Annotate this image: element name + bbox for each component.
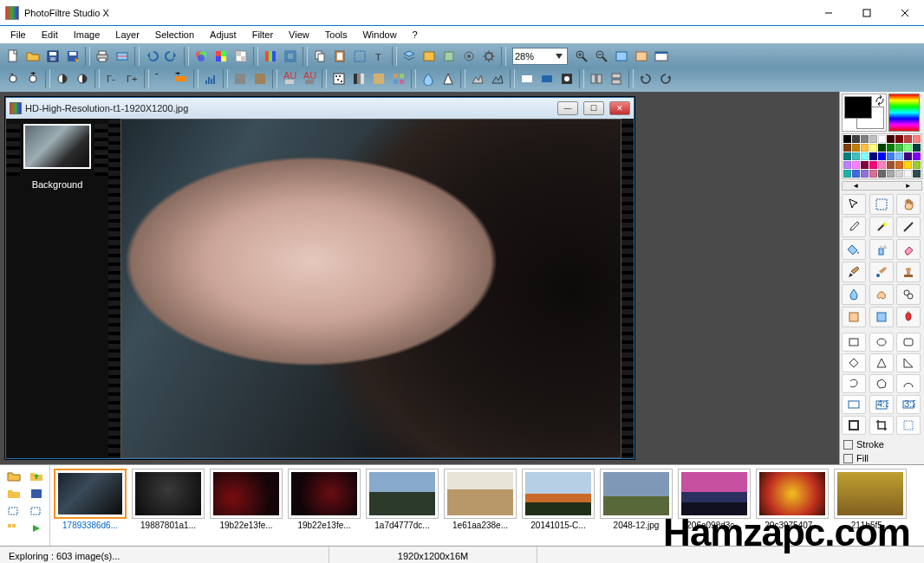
- flip-horizontal-icon[interactable]: [587, 69, 606, 88]
- pointer-tool-icon[interactable]: [842, 194, 866, 215]
- ratio-43-icon[interactable]: 4:3: [869, 395, 894, 414]
- color-swatch[interactable]: [895, 135, 903, 143]
- brush-tool-icon[interactable]: [842, 262, 866, 282]
- color-swatch[interactable]: [878, 170, 886, 178]
- color-swatch[interactable]: [904, 170, 912, 178]
- open-file-icon[interactable]: [23, 47, 42, 66]
- color-swatch[interactable]: [843, 152, 851, 160]
- diamond-shape-icon[interactable]: [842, 353, 866, 372]
- fill-option[interactable]: Fill: [842, 452, 922, 464]
- menu-selection[interactable]: Selection: [148, 28, 201, 42]
- color-swatch[interactable]: [887, 152, 895, 160]
- explorer-play-icon[interactable]: [26, 521, 47, 536]
- color-swatch[interactable]: [869, 161, 877, 169]
- thumbnail-item[interactable]: 1e61aa238e...: [444, 469, 517, 530]
- color-swatch[interactable]: [878, 144, 886, 152]
- rgb-mode-icon[interactable]: [192, 47, 211, 66]
- explorer-refresh-icon[interactable]: [3, 503, 24, 519]
- sharpen-icon[interactable]: [439, 69, 458, 88]
- color-swatch[interactable]: [887, 161, 895, 169]
- right-triangle-shape-icon[interactable]: [896, 353, 921, 372]
- color-swatch[interactable]: [861, 144, 869, 152]
- color-swatch[interactable]: [913, 135, 921, 143]
- explorer-folder-icon[interactable]: [3, 469, 24, 484]
- color-swatch[interactable]: [843, 135, 851, 143]
- ratio-32-icon[interactable]: 3:2: [896, 395, 921, 414]
- ratio-free-icon[interactable]: [842, 395, 866, 414]
- auto-adjust-icon[interactable]: AUTO: [280, 69, 299, 88]
- fill-checkbox[interactable]: [843, 454, 853, 463]
- contrast-minus-icon[interactable]: [53, 69, 72, 88]
- color-swatch[interactable]: [869, 135, 877, 143]
- line-tool-icon[interactable]: [896, 217, 921, 237]
- color-swatch[interactable]: [913, 144, 921, 152]
- thumbnail-item[interactable]: 20141015-C...: [522, 469, 595, 530]
- color-swatch[interactable]: [895, 161, 903, 169]
- document-window[interactable]: HD-High-Resolution-t1-1920X1200.jpg — ☐ …: [5, 97, 634, 459]
- menu-window[interactable]: Window: [355, 28, 403, 42]
- thumbnail-item[interactable]: 20c3975407...: [756, 469, 829, 530]
- doc-minimize-button[interactable]: —: [557, 101, 578, 115]
- menu-file[interactable]: File: [3, 28, 33, 42]
- advanced-brush-tool-icon[interactable]: [869, 262, 894, 282]
- color-swatch[interactable]: [878, 161, 886, 169]
- thumbnail-item[interactable]: 19b22e13fe...: [288, 469, 361, 530]
- explorer-view-icon[interactable]: [3, 521, 24, 536]
- color-swatch[interactable]: [843, 144, 851, 152]
- color-swatch[interactable]: [878, 135, 886, 143]
- plugins-icon[interactable]: [439, 47, 459, 66]
- photomask-icon[interactable]: [557, 69, 576, 88]
- selection-tool-icon[interactable]: [869, 194, 894, 215]
- explorer-up-icon[interactable]: [26, 469, 47, 484]
- clone-tool-icon[interactable]: [896, 284, 921, 305]
- copy-icon[interactable]: [310, 47, 329, 66]
- dither-icon[interactable]: [329, 69, 348, 88]
- eyedropper-tool-icon[interactable]: [842, 217, 866, 237]
- new-file-icon[interactable]: [3, 47, 23, 66]
- zoom-combo[interactable]: [512, 48, 568, 65]
- ellipse-shape-icon[interactable]: [869, 333, 894, 352]
- window-close-button[interactable]: [886, 0, 924, 26]
- swap-colors-icon[interactable]: [875, 95, 885, 106]
- doc-maximize-button[interactable]: ☐: [583, 101, 604, 115]
- save-as-icon[interactable]: [63, 47, 82, 66]
- nozzle-tool-icon[interactable]: [896, 307, 921, 327]
- color-swatch[interactable]: [852, 161, 860, 169]
- stroke-option[interactable]: Stroke: [842, 438, 922, 450]
- magic-wand-tool-icon[interactable]: [869, 217, 894, 237]
- color-swatch[interactable]: [887, 135, 895, 143]
- menu-edit[interactable]: Edit: [35, 28, 65, 42]
- zoom-out-icon[interactable]: [592, 47, 611, 66]
- zoom-actual-icon[interactable]: [632, 47, 651, 66]
- window-minimize-button[interactable]: [810, 0, 848, 26]
- gradient-tool-icon[interactable]: [517, 69, 537, 88]
- noise-icon[interactable]: [369, 69, 388, 88]
- text-tool-icon[interactable]: T: [370, 47, 389, 66]
- crop-icon[interactable]: [869, 416, 894, 435]
- blur-icon[interactable]: [419, 69, 438, 88]
- thumbnail-item[interactable]: 19887801a1...: [132, 469, 205, 530]
- color-swatch[interactable]: [895, 170, 903, 178]
- color-swatch[interactable]: [852, 135, 860, 143]
- thumbnail-item[interactable]: 19b22e13fe...: [210, 469, 283, 530]
- art-brush-tool-icon[interactable]: [869, 307, 894, 327]
- gamma-minus-icon[interactable]: Γ-: [102, 69, 121, 88]
- window-maximize-button[interactable]: [848, 0, 886, 26]
- foreground-background-swatch[interactable]: [842, 94, 887, 132]
- color-swatch[interactable]: [843, 170, 851, 178]
- posterize-icon[interactable]: [349, 69, 368, 88]
- color-swatch[interactable]: [869, 144, 877, 152]
- histogram-icon[interactable]: [201, 69, 220, 88]
- color-swatch[interactable]: [861, 152, 869, 160]
- menu-tools[interactable]: Tools: [318, 28, 355, 42]
- mosaic-icon[interactable]: [389, 69, 408, 88]
- indexed-mode-icon[interactable]: [211, 47, 231, 66]
- color-swatch[interactable]: [869, 170, 877, 178]
- sepia-icon[interactable]: [251, 69, 270, 88]
- menu-filter[interactable]: Filter: [245, 28, 280, 42]
- grayscale-icon[interactable]: [231, 69, 250, 88]
- rotate-left-icon[interactable]: [636, 69, 655, 88]
- auto-contrast-icon[interactable]: AUTO: [300, 69, 319, 88]
- color-spectrum[interactable]: [888, 94, 920, 132]
- doc-close-button[interactable]: ✕: [609, 101, 630, 115]
